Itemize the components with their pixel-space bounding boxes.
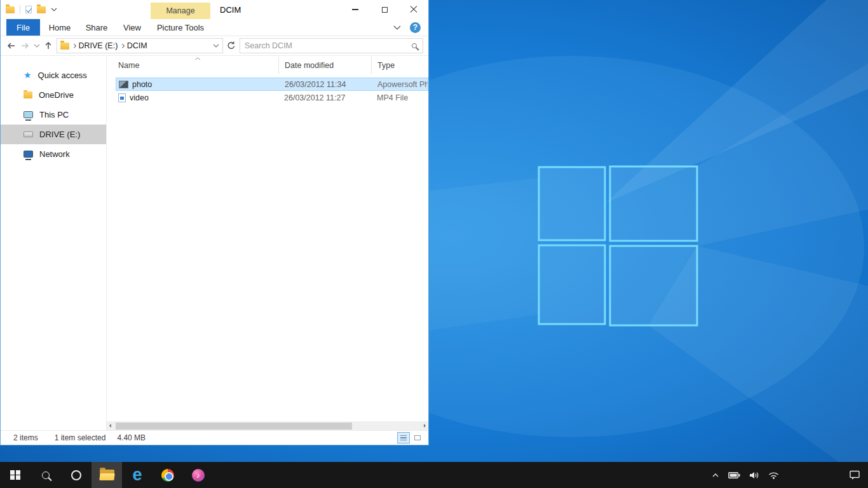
desktop: Manage DCIM File Home Share View Picture… <box>0 0 868 488</box>
scroll-left-arrow[interactable] <box>109 424 111 428</box>
location-folder-icon <box>60 43 69 50</box>
new-folder-icon[interactable] <box>37 6 46 13</box>
search-box <box>240 38 423 53</box>
scrollbar-thumb[interactable] <box>116 423 352 430</box>
ribbon-tab-bar: File Home Share View Picture Tools <box>1 19 428 36</box>
sidebar-item-network[interactable]: Network <box>1 144 106 164</box>
system-tray <box>712 462 779 488</box>
file-type-cell: Apowersoft Pho <box>372 80 428 89</box>
breadcrumb-separator-icon <box>72 44 76 48</box>
close-button[interactable] <box>399 0 428 19</box>
sidebar-item-label: Network <box>39 149 70 159</box>
up-button[interactable] <box>43 41 53 51</box>
window-title: DCIM <box>220 0 241 19</box>
file-explorer-taskbar-button[interactable] <box>92 462 122 488</box>
quick-access-star-icon <box>24 71 32 80</box>
forward-button[interactable] <box>20 41 31 51</box>
sidebar-item-drive-e[interactable]: DRIVE (E:) <box>1 125 106 144</box>
breadcrumb-dcim[interactable]: DCIM <box>127 41 147 50</box>
search-input[interactable] <box>245 41 412 50</box>
help-icon[interactable] <box>410 22 421 33</box>
manage-contextual-group[interactable]: Manage <box>151 3 210 19</box>
column-label: Date modified <box>285 61 334 70</box>
ribbon-right-controls <box>393 19 428 36</box>
drive-icon <box>24 132 33 137</box>
sort-ascending-icon <box>194 57 201 60</box>
column-label: Name <box>118 61 139 70</box>
sidebar-item-onedrive[interactable]: OneDrive <box>1 85 106 105</box>
tab-picture-tools[interactable]: Picture Tools <box>151 19 210 36</box>
file-name-cell: photo <box>116 80 279 89</box>
file-row-photo[interactable]: photo 26/03/2012 11:34 Apowersoft Pho <box>116 78 428 91</box>
chrome-icon <box>161 469 174 482</box>
itunes-taskbar-button[interactable] <box>183 462 214 488</box>
action-center-button[interactable] <box>850 462 860 488</box>
maximize-icon <box>382 7 388 13</box>
network-icon[interactable] <box>768 471 779 479</box>
tab-home[interactable]: Home <box>45 19 74 36</box>
file-row-video[interactable]: video 26/03/2012 11:27 MP4 File <box>116 91 428 104</box>
customize-toolbar-chevron-icon[interactable] <box>51 8 57 11</box>
recent-locations-chevron-icon[interactable] <box>34 44 40 48</box>
chrome-taskbar-button[interactable] <box>153 462 183 488</box>
scroll-right-arrow[interactable] <box>424 424 426 428</box>
onedrive-icon <box>24 92 32 98</box>
explorer-window-icon <box>6 6 15 13</box>
details-view-button[interactable] <box>398 433 409 443</box>
file-date-cell: 26/03/2012 11:27 <box>278 93 371 102</box>
file-explorer-icon <box>100 470 114 480</box>
volume-icon[interactable] <box>750 471 759 479</box>
separator <box>20 5 20 14</box>
sidebar-item-this-pc[interactable]: This PC <box>1 105 106 125</box>
horizontal-scrollbar[interactable] <box>107 421 428 430</box>
address-bar[interactable]: DRIVE (E:) DCIM <box>57 38 223 53</box>
items-count: 2 items <box>13 433 38 442</box>
file-date-cell: 26/03/2012 11:34 <box>279 80 372 89</box>
tab-share[interactable]: Share <box>81 19 112 36</box>
itunes-icon <box>192 469 205 482</box>
start-button[interactable] <box>0 462 31 488</box>
search-icon[interactable] <box>412 43 417 48</box>
details-view-icon <box>400 435 407 441</box>
expand-ribbon-chevron-icon[interactable] <box>393 25 401 30</box>
windows-logo-icon <box>10 470 20 480</box>
large-icons-view-button[interactable] <box>412 433 423 443</box>
file-list: Name Date modified Type photo 26/03/2012… <box>107 57 428 430</box>
edge-icon <box>132 466 142 484</box>
large-icons-view-icon <box>414 435 421 440</box>
hidden-icons-chevron-icon[interactable] <box>712 473 719 477</box>
sidebar-item-label: OneDrive <box>39 90 74 100</box>
minimize-button[interactable] <box>341 0 370 19</box>
title-bar: Manage DCIM <box>1 0 428 19</box>
taskbar-search-button[interactable] <box>31 462 61 488</box>
view-toggles <box>398 433 428 443</box>
selection-size: 4.40 MB <box>117 433 146 442</box>
selection-count: 1 item selected <box>55 433 106 442</box>
photo-file-icon <box>119 81 128 88</box>
navigation-pane: Quick access OneDrive This PC DRIVE (E:)… <box>1 57 107 430</box>
tab-view[interactable]: View <box>118 19 147 36</box>
close-icon <box>410 6 417 13</box>
cortana-button[interactable] <box>61 462 92 488</box>
edge-taskbar-button[interactable] <box>122 462 153 488</box>
sidebar-item-label: DRIVE (E:) <box>39 130 80 139</box>
column-header-type[interactable]: Type <box>371 57 428 74</box>
refresh-button[interactable] <box>226 41 236 51</box>
file-rows: photo 26/03/2012 11:34 Apowersoft Pho vi… <box>107 78 428 104</box>
properties-icon[interactable] <box>25 6 32 13</box>
taskbar <box>0 462 868 488</box>
sidebar-item-quick-access[interactable]: Quick access <box>1 65 106 85</box>
battery-icon[interactable] <box>728 472 740 478</box>
breadcrumb-drive[interactable]: DRIVE (E:) <box>79 41 118 50</box>
file-type-cell: MP4 File <box>371 93 428 102</box>
search-icon <box>42 471 50 479</box>
column-header-date-modified[interactable]: Date modified <box>278 57 371 74</box>
column-header-name[interactable]: Name <box>107 57 278 74</box>
cortana-icon <box>71 470 81 480</box>
column-label: Type <box>377 61 395 70</box>
maximize-button[interactable] <box>370 0 399 19</box>
tab-file[interactable]: File <box>6 19 40 36</box>
address-dropdown-chevron-icon[interactable] <box>213 44 219 48</box>
file-explorer-window: Manage DCIM File Home Share View Picture… <box>0 0 429 445</box>
back-button[interactable] <box>6 41 17 51</box>
